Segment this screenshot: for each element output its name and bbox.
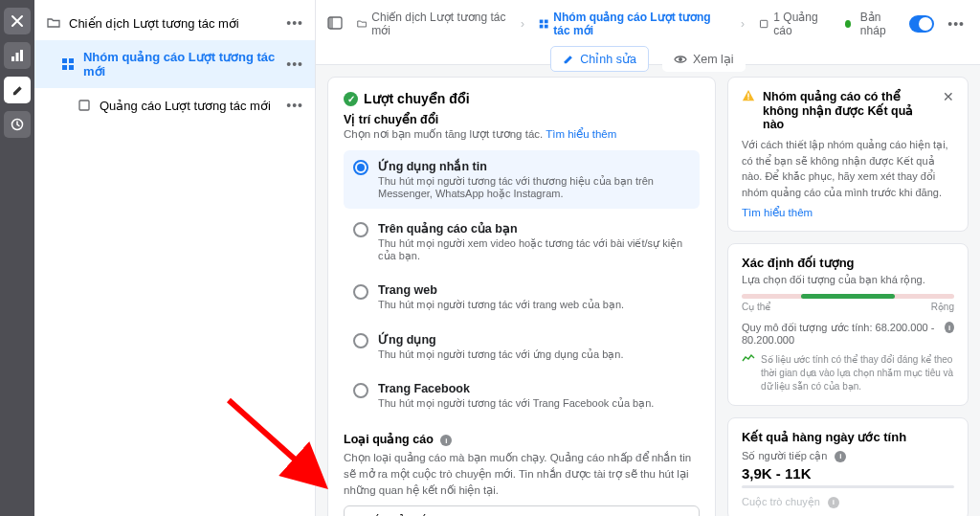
radio-icon bbox=[353, 284, 368, 300]
svg-rect-4 bbox=[62, 58, 67, 63]
topbar-right: Bản nháp ••• bbox=[845, 11, 969, 37]
svg-point-16 bbox=[679, 57, 682, 61]
warning-learn-more-link[interactable]: Tìm hiểu thêm bbox=[742, 206, 954, 219]
adset-icon bbox=[539, 18, 548, 30]
ad-type-select[interactable]: Nhấp để nhắn tin ▾ bbox=[344, 505, 700, 516]
work-area: Chiến dịch Lượt tương tác mới › Nhóm quả… bbox=[316, 0, 980, 516]
tree-adset-row[interactable]: Nhóm quảng cáo Lượt tương tác mới ••• bbox=[34, 40, 315, 88]
audience-card: Xác định đối tượng Lựa chọn đối tượng củ… bbox=[727, 243, 969, 406]
radio-website[interactable]: Trang web Thu hút mọi người tương tác vớ… bbox=[344, 275, 700, 320]
svg-rect-12 bbox=[545, 20, 548, 24]
ad-icon bbox=[759, 18, 768, 30]
svg-rect-6 bbox=[62, 65, 67, 70]
more-menu-icon[interactable]: ••• bbox=[944, 16, 969, 32]
tree-ad-row[interactable]: Quảng cáo Lượt tương tác mới ••• bbox=[34, 88, 315, 123]
review-button-label: Xem lại bbox=[693, 52, 734, 66]
left-icon-rail bbox=[0, 0, 34, 516]
radio-title: Ứng dụng nhắn tin bbox=[378, 159, 690, 173]
edit-button-label: Chỉnh sửa bbox=[580, 52, 636, 66]
svg-rect-14 bbox=[545, 25, 548, 29]
tree-campaign-row[interactable]: Chiến dịch Lượt tương tác mới ••• bbox=[34, 6, 315, 40]
tree-ad-label: Quảng cáo Lượt tương tác mới bbox=[100, 99, 271, 113]
ad-type-hint: Chọn loại quảng cáo mà bạn muốn chạy. Qu… bbox=[344, 450, 700, 498]
warning-title: Nhóm quảng cáo có thể không nhận được Kế… bbox=[763, 89, 935, 131]
audience-note: Số liệu ước tính có thể thay đổi đáng kể… bbox=[742, 353, 954, 393]
pencil-icon bbox=[563, 54, 574, 65]
svg-rect-17 bbox=[747, 93, 748, 97]
radio-facebook-page[interactable]: Trang Facebook Thu hút mọi người tương t… bbox=[344, 373, 700, 418]
radio-title: Ứng dụng bbox=[378, 332, 624, 347]
folder-icon bbox=[357, 18, 367, 30]
sparkline-icon bbox=[742, 353, 755, 393]
svg-rect-7 bbox=[69, 65, 74, 70]
adset-icon bbox=[61, 56, 76, 72]
info-icon[interactable]: i bbox=[945, 322, 954, 333]
close-icon[interactable] bbox=[4, 8, 31, 34]
row-menu-icon[interactable]: ••• bbox=[286, 56, 303, 72]
info-icon[interactable]: i bbox=[835, 451, 846, 462]
close-icon[interactable]: ✕ bbox=[943, 89, 954, 104]
svg-rect-5 bbox=[69, 58, 74, 63]
daily-title: Kết quả hàng ngày ước tính bbox=[742, 430, 954, 444]
crumb-ad[interactable]: 1 Quảng cáo bbox=[754, 8, 835, 40]
radio-app[interactable]: Ứng dụng Thu hút mọi người tương tác với… bbox=[344, 324, 700, 370]
warning-icon bbox=[742, 89, 755, 102]
eye-icon bbox=[674, 54, 687, 65]
svg-line-19 bbox=[229, 400, 320, 482]
daily-conv-label: Cuộc trò chuyện bbox=[742, 496, 820, 508]
audience-gauge bbox=[742, 294, 954, 299]
tree-campaign-label: Chiến dịch Lượt tương tác mới bbox=[69, 16, 239, 31]
radio-title: Trang web bbox=[378, 283, 624, 297]
panel-toggle-icon[interactable] bbox=[327, 16, 343, 33]
radio-desc: Thu hút mọi người tương tác với Trang Fa… bbox=[378, 397, 654, 410]
radio-icon bbox=[353, 383, 368, 398]
conversion-header: ✓ Lượt chuyển đổi bbox=[344, 91, 700, 106]
folder-icon bbox=[46, 15, 61, 31]
conv-location-hint: Chọn nơi bạn muốn tăng lượt tương tác. T… bbox=[344, 126, 700, 143]
pencil-icon[interactable] bbox=[4, 77, 31, 103]
radio-title: Trang Facebook bbox=[378, 382, 654, 395]
daily-reach-value: 3,9K - 11K bbox=[742, 465, 954, 482]
conv-location-radios: Ứng dụng nhắn tin Thu hút mọi người tươn… bbox=[344, 150, 700, 418]
crumb-campaign[interactable]: Chiến dịch Lượt tương tác mới bbox=[352, 8, 511, 40]
row-menu-icon[interactable]: ••• bbox=[286, 15, 303, 31]
breadcrumbs: Chiến dịch Lượt tương tác mới › Nhóm quả… bbox=[327, 8, 969, 40]
conversion-card: ✓ Lượt chuyển đổi Vị trí chuyển đổi Chọn… bbox=[327, 77, 716, 516]
radio-on-your-ad[interactable]: Trên quảng cáo của bạn Thu hút mọi người… bbox=[344, 213, 700, 271]
chart-icon[interactable] bbox=[4, 42, 31, 69]
ad-type-title: Loại quảng cáo i bbox=[344, 432, 700, 447]
info-icon[interactable]: i bbox=[828, 497, 839, 508]
publish-toggle[interactable] bbox=[909, 15, 935, 33]
svg-rect-2 bbox=[20, 50, 23, 61]
radio-title: Trên quảng cáo của bạn bbox=[378, 221, 690, 236]
svg-rect-18 bbox=[747, 99, 748, 100]
svg-rect-11 bbox=[540, 20, 544, 24]
crumb-adset[interactable]: Nhóm quảng cáo Lượt tương tác mới bbox=[534, 8, 731, 40]
radio-desc: Thu hút mọi người tương tác với thương h… bbox=[378, 175, 690, 200]
audience-note-text: Số liệu ước tính có thể thay đổi đáng kể… bbox=[761, 353, 954, 393]
row-menu-icon[interactable]: ••• bbox=[286, 98, 303, 113]
crumb-adset-label: Nhóm quảng cáo Lượt tương tác mới bbox=[553, 11, 726, 37]
svg-rect-10 bbox=[328, 17, 333, 29]
daily-reach-label: Số người tiếp cận bbox=[742, 450, 827, 462]
radio-desc: Thu hút mọi người tương tác với ứng dụng… bbox=[378, 348, 624, 361]
gauge-specific-label: Cụ thể bbox=[742, 302, 770, 312]
chevron-right-icon: › bbox=[521, 17, 524, 31]
tree-adset-label: Nhóm quảng cáo Lượt tương tác mới bbox=[83, 50, 286, 79]
ad-icon bbox=[77, 98, 92, 113]
svg-rect-13 bbox=[540, 25, 544, 29]
audience-size-row: Quy mô đối tượng ước tính: 68.200.000 - … bbox=[742, 322, 954, 346]
daily-estimate-card: Kết quả hàng ngày ước tính Số người tiếp… bbox=[727, 417, 969, 516]
learn-more-link[interactable]: Tìm hiểu thêm bbox=[546, 128, 616, 140]
warning-body: Với cách thiết lập nhóm quảng cáo hiện t… bbox=[742, 137, 954, 200]
clock-icon[interactable] bbox=[4, 111, 31, 138]
audience-title: Xác định đối tượng bbox=[742, 256, 954, 270]
svg-rect-15 bbox=[760, 20, 767, 27]
audience-size-label: Quy mô đối tượng ước tính: bbox=[742, 322, 873, 333]
gauge-labels: Cụ thể Rộng bbox=[742, 302, 954, 312]
check-circle-icon: ✓ bbox=[344, 92, 358, 106]
radio-messaging-apps[interactable]: Ứng dụng nhắn tin Thu hút mọi người tươn… bbox=[344, 150, 700, 209]
status-label: Bản nháp bbox=[860, 11, 900, 37]
radio-icon bbox=[353, 333, 368, 348]
info-icon[interactable]: i bbox=[440, 435, 452, 446]
